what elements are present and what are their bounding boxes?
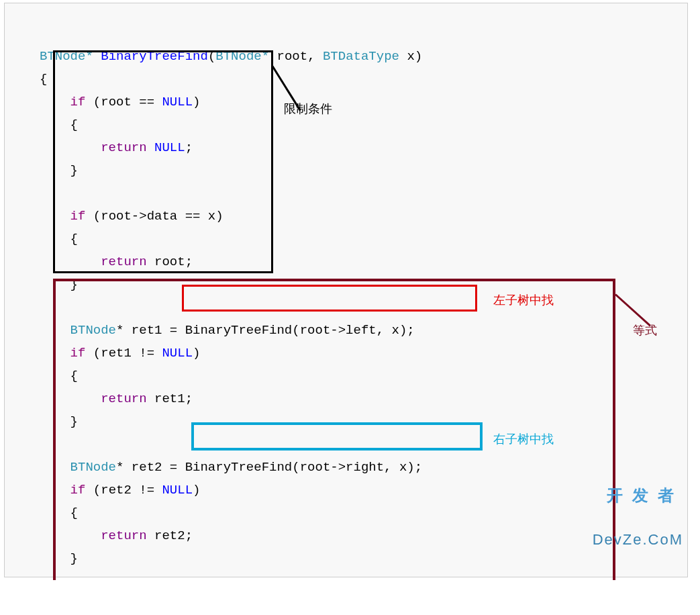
- brace: {: [40, 72, 47, 87]
- annotation-label-right: 右子树中找: [493, 428, 554, 451]
- annotation-label-equation: 等式: [633, 319, 657, 342]
- token: ,: [307, 49, 315, 64]
- token: ): [415, 49, 422, 64]
- annotation-box-left: [182, 285, 477, 312]
- code-block: BTNode* BinaryTreeFind(BTNode* root, BTD…: [4, 3, 688, 577]
- annotation-box-right: [191, 422, 483, 451]
- annotation-label-left: 左子树中找: [493, 289, 554, 312]
- param: x: [407, 49, 414, 64]
- token-type: BTDataType: [323, 49, 399, 64]
- annotation-label-constraint: 限制条件: [284, 97, 332, 120]
- param: root: [277, 49, 308, 64]
- annotation-box-constraint: [53, 50, 273, 273]
